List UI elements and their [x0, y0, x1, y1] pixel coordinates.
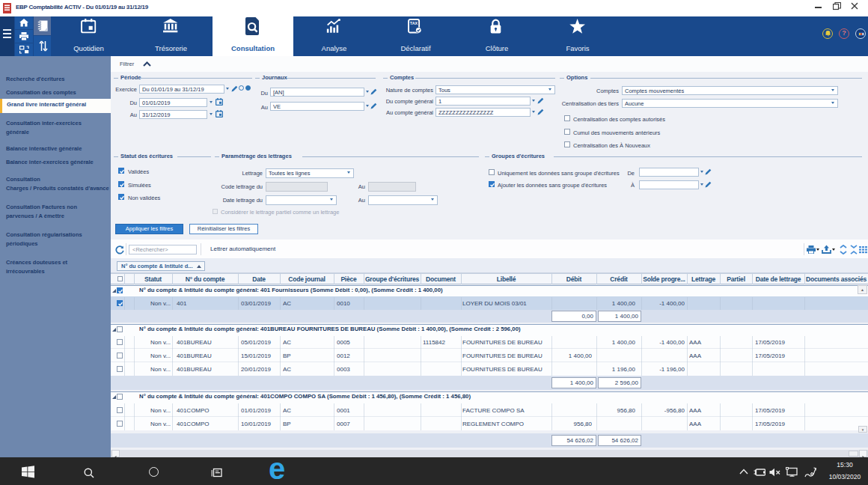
svg-text:TAX: TAX — [410, 21, 418, 25]
